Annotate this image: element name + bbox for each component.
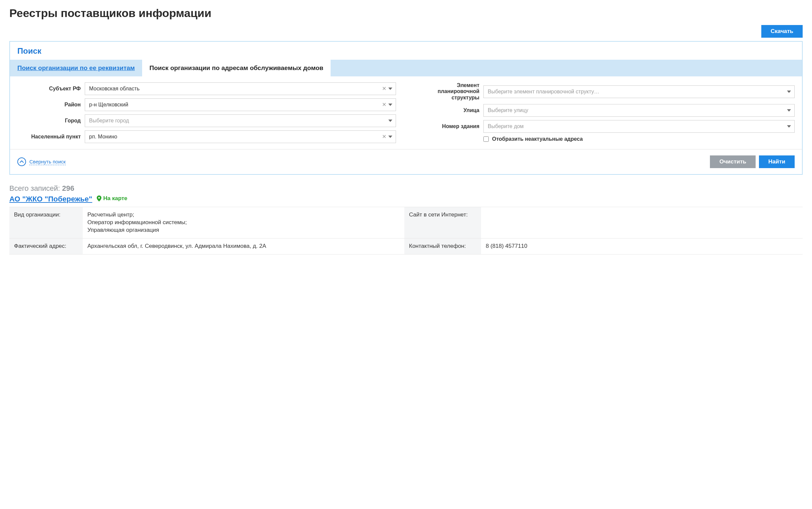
tab-by-requisites[interactable]: Поиск организации по ее реквизитам [10, 60, 142, 76]
label-plan-element: Элемент планировочной структуры [416, 82, 479, 101]
find-button[interactable]: Найти [759, 156, 794, 168]
collapse-search-link[interactable]: Свернуть поиск [18, 158, 66, 166]
value-website [481, 207, 803, 238]
checkbox-show-inactive-label: Отобразить неактуальные адреса [492, 136, 583, 142]
search-tabs: Поиск организации по ее реквизитам Поиск… [10, 60, 802, 76]
value-address: Архангельская обл, г. Северодвинск, ул. … [83, 238, 404, 254]
chevron-down-icon [388, 120, 392, 122]
select-street[interactable]: Выберите улицу [483, 104, 794, 117]
select-plan-element-placeholder: Выберите элемент планировочной структу… [488, 89, 599, 95]
select-subject-value: Московская область [89, 86, 139, 92]
select-plan-element[interactable]: Выберите элемент планировочной структу… [483, 86, 794, 98]
clear-icon[interactable]: ✕ [382, 134, 386, 139]
label-city: Город [18, 118, 81, 124]
label-phone: Контактный телефон: [404, 238, 481, 254]
clear-icon[interactable]: ✕ [382, 102, 386, 107]
checkbox-show-inactive-input[interactable] [483, 136, 489, 142]
tab-by-address[interactable]: Поиск организации по адресам обслуживаем… [142, 60, 331, 76]
chevron-down-icon [787, 109, 791, 112]
select-street-placeholder: Выберите улицу [488, 107, 528, 113]
map-pin-icon [97, 196, 101, 201]
org-details: Вид организации: Расчетный центр; Операт… [9, 207, 803, 254]
label-settlement: Населенный пункт [18, 134, 81, 140]
label-address: Фактический адрес: [9, 238, 83, 254]
label-subject: Субъект РФ [18, 86, 81, 92]
clear-button[interactable]: Очистить [710, 156, 756, 168]
chevron-down-icon [787, 91, 791, 93]
select-building[interactable]: Выберите дом [483, 120, 794, 133]
chevron-down-icon [388, 104, 392, 106]
label-district: Район [18, 102, 81, 108]
total-records: Всего записей: 296 [9, 184, 803, 193]
select-settlement-value: рп. Монино [89, 134, 117, 140]
total-count: 296 [62, 184, 74, 193]
select-district-value: р-н Щелковский [89, 102, 128, 108]
label-website: Сайт в сети Интернет: [404, 207, 481, 238]
select-city-placeholder: Выберите город [89, 118, 129, 124]
collapse-search-label: Свернуть поиск [29, 159, 66, 165]
select-settlement[interactable]: рп. Монино ✕ [85, 130, 396, 143]
search-panel-title: Поиск [10, 42, 802, 60]
value-org-type: Расчетный центр; Оператор информационной… [83, 207, 404, 238]
map-link[interactable]: На карте [97, 195, 127, 202]
checkbox-show-inactive[interactable]: Отобразить неактуальные адреса [483, 136, 794, 142]
download-button[interactable]: Скачать [761, 25, 803, 38]
org-name-link[interactable]: АО "ЖКО "Побережье" [9, 195, 92, 203]
total-prefix: Всего записей: [9, 184, 62, 193]
chevron-down-icon [388, 88, 392, 90]
label-building: Номер здания [416, 124, 479, 129]
label-street: Улица [416, 107, 479, 113]
map-link-label: На карте [103, 195, 127, 202]
chevron-down-icon [787, 126, 791, 128]
select-district[interactable]: р-н Щелковский ✕ [85, 98, 396, 111]
results-section: Всего записей: 296 АО "ЖКО "Побережье" Н… [9, 184, 803, 254]
select-building-placeholder: Выберите дом [488, 124, 524, 129]
chevron-down-icon [388, 136, 392, 138]
select-subject[interactable]: Московская область ✕ [85, 82, 396, 95]
select-city[interactable]: Выберите город [85, 114, 396, 127]
label-org-type: Вид организации: [9, 207, 83, 238]
clear-icon[interactable]: ✕ [382, 86, 386, 91]
chevron-up-circle-icon [18, 158, 26, 166]
page-title: Реестры поставщиков информации [9, 7, 803, 20]
search-panel: Поиск Поиск организации по ее реквизитам… [9, 41, 803, 175]
value-phone: 8 (818) 4577110 [481, 238, 803, 254]
